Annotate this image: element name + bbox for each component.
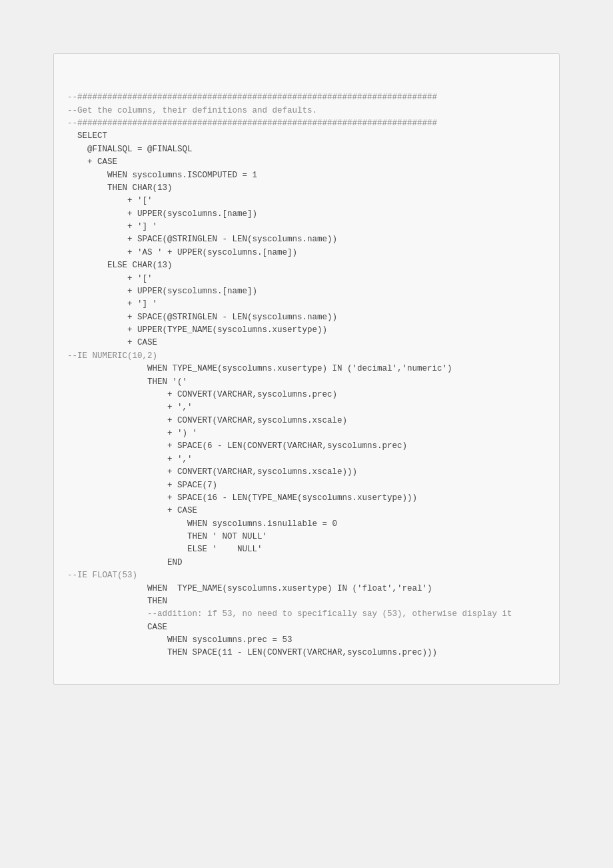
code-line: + SPACE(16 - LEN(TYPE_NAME(syscolumns.xu… <box>67 493 417 503</box>
code-content: --######################################… <box>67 91 546 660</box>
code-line: + ',' <box>67 455 193 464</box>
code-line: WHEN syscolumns.isnullable = 0 <box>67 519 337 529</box>
code-line: + '] ' <box>67 222 157 231</box>
code-line: + UPPER(syscolumns.[name]) <box>67 209 257 219</box>
code-comment: --addition: if 53, no need to specifical… <box>67 609 512 619</box>
code-line: THEN ' NOT NULL' <box>67 532 267 541</box>
code-comment: --Get the columns, their definitions and… <box>67 106 317 115</box>
code-line: + CASE <box>67 506 197 515</box>
code-line: + ') ' <box>67 429 197 438</box>
code-line: WHEN syscolumns.ISCOMPUTED = 1 <box>67 171 257 180</box>
code-line: + CONVERT(VARCHAR,syscolumns.prec) <box>67 390 337 399</box>
code-line: THEN CHAR(13) <box>67 183 173 193</box>
code-line: ELSE CHAR(13) <box>67 261 173 270</box>
code-line: ELSE ' NULL' <box>67 545 263 554</box>
code-line: + CONVERT(VARCHAR,syscolumns.xscale) <box>67 416 347 425</box>
code-comment: --######################################… <box>67 93 437 102</box>
code-line: + ',' <box>67 403 193 412</box>
code-block: --######################################… <box>53 53 560 685</box>
code-line: SELECT <box>67 131 107 141</box>
code-line: + '] ' <box>67 299 157 309</box>
code-line: WHEN syscolumns.prec = 53 <box>67 635 293 645</box>
code-line: CASE <box>67 623 167 632</box>
code-line: + SPACE(6 - LEN(CONVERT(VARCHAR,syscolum… <box>67 441 407 451</box>
code-line: + CONVERT(VARCHAR,syscolumns.xscale))) <box>67 467 357 477</box>
code-line: + SPACE(@STRINGLEN - LEN(syscolumns.name… <box>67 235 337 244</box>
code-line: + UPPER(syscolumns.[name]) <box>67 287 257 296</box>
code-line: + UPPER(TYPE_NAME(syscolumns.xusertype)) <box>67 325 327 335</box>
code-line: + '[' <box>67 196 153 205</box>
code-line: + CASE <box>67 338 157 347</box>
code-comment: --IE NUMERIC(10,2) <box>67 351 157 361</box>
code-line: WHEN TYPE_NAME(syscolumns.xusertype) IN … <box>67 364 452 373</box>
code-line: + 'AS ' + UPPER(syscolumns.[name]) <box>67 248 297 257</box>
code-line: THEN SPACE(11 - LEN(CONVERT(VARCHAR,sysc… <box>67 648 437 657</box>
code-line: THEN <box>67 597 167 606</box>
code-line: + SPACE(@STRINGLEN - LEN(syscolumns.name… <box>67 313 337 322</box>
code-line: THEN '(' <box>67 377 187 387</box>
code-line: @FINALSQL = @FINALSQL <box>67 145 193 154</box>
code-line: + '[' <box>67 274 153 283</box>
code-line: + SPACE(7) <box>67 481 217 490</box>
code-comment: --IE FLOAT(53) <box>67 571 137 580</box>
code-comment: --######################################… <box>67 119 437 128</box>
code-line: END <box>67 558 183 567</box>
code-line: + CASE <box>67 157 117 167</box>
code-line: WHEN TYPE_NAME(syscolumns.xusertype) IN … <box>67 584 432 593</box>
